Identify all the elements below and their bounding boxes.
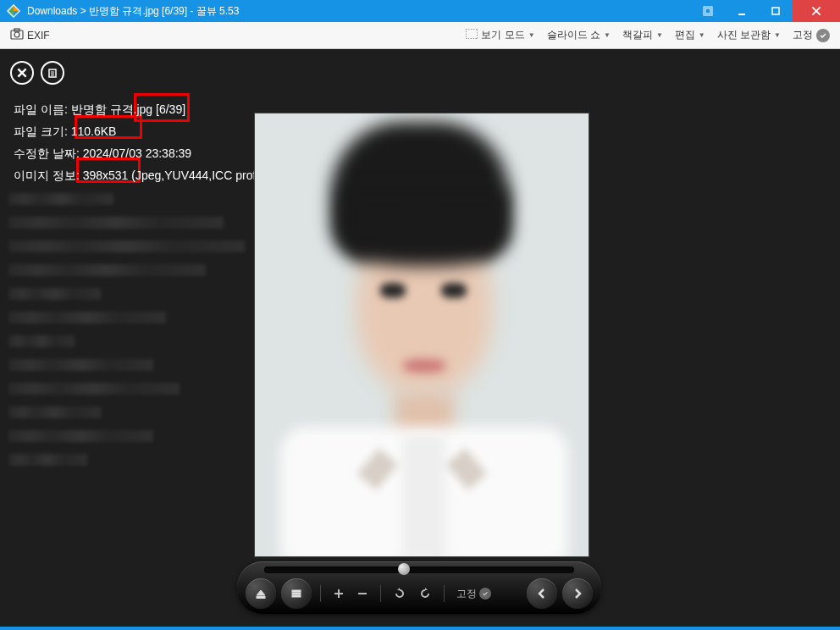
viewmode-icon (466, 29, 478, 41)
edit-button[interactable]: 편집▼ (675, 28, 705, 42)
svg-rect-9 (466, 29, 478, 39)
app-logo-icon (5, 3, 22, 19)
pin-button[interactable]: 고정 (793, 28, 830, 42)
archive-button[interactable]: 사진 보관함▼ (717, 28, 781, 42)
image-viewport[interactable] (254, 113, 589, 557)
exif-button[interactable]: EXIF (27, 30, 50, 41)
rotate-right-button[interactable] (415, 587, 435, 600)
chevron-down-icon: ▼ (656, 31, 663, 39)
content-area: 파일 이름: 반명함 규격.jpg [6/39] 파일 크기: 110.6KB … (0, 49, 840, 627)
close-overlay-button[interactable] (10, 61, 34, 85)
exif-details-blurred (8, 193, 271, 566)
svg-point-7 (14, 32, 19, 37)
svg-rect-1 (705, 8, 710, 14)
svg-rect-16 (257, 597, 265, 599)
prev-button[interactable] (527, 578, 557, 609)
svg-rect-17 (292, 590, 301, 592)
copy-info-button[interactable] (41, 61, 64, 85)
toolbar: EXIF 보기 모드▼ 슬라이드 쇼▼ 책갈피▼ 편집▼ 사진 보관함▼ 고정 (0, 22, 840, 49)
check-icon (816, 29, 830, 42)
eject-button[interactable] (246, 578, 276, 609)
view-mode-button[interactable]: 보기 모드▼ (466, 28, 534, 42)
svg-rect-18 (292, 593, 301, 594)
zoom-in-button[interactable] (329, 588, 348, 600)
next-button[interactable] (562, 578, 593, 609)
chevron-down-icon: ▼ (604, 31, 611, 39)
zoom-out-button[interactable] (353, 588, 372, 600)
camera-icon (10, 28, 24, 42)
menu-button[interactable] (281, 578, 312, 609)
svg-rect-19 (292, 595, 301, 597)
close-button[interactable] (793, 0, 840, 22)
zoom-slider[interactable] (264, 566, 574, 573)
rotate-left-button[interactable] (390, 587, 410, 600)
window-border-bottom (0, 627, 840, 630)
pin-bottom-button[interactable]: 고정 (453, 587, 495, 601)
svg-rect-3 (772, 8, 779, 14)
minimize-button[interactable] (725, 0, 759, 22)
check-icon (479, 588, 491, 600)
chevron-down-icon: ▼ (528, 31, 535, 39)
title-bar: Downloads > 반명함 규격.jpg [6/39] - 꿀뷰 5.53 (0, 0, 840, 22)
bottom-control-bar: 고정 (237, 561, 601, 614)
window-title: Downloads > 반명함 규격.jpg [6/39] - 꿀뷰 5.53 (27, 4, 691, 19)
chevron-down-icon: ▼ (699, 31, 705, 39)
maximize-button[interactable] (759, 0, 793, 22)
bookmark-button[interactable]: 책갈피▼ (622, 28, 663, 42)
chevron-down-icon: ▼ (774, 31, 781, 39)
zoom-slider-thumb[interactable] (398, 563, 410, 575)
fullscreen-button[interactable] (691, 0, 725, 22)
slideshow-button[interactable]: 슬라이드 쇼▼ (547, 28, 611, 42)
